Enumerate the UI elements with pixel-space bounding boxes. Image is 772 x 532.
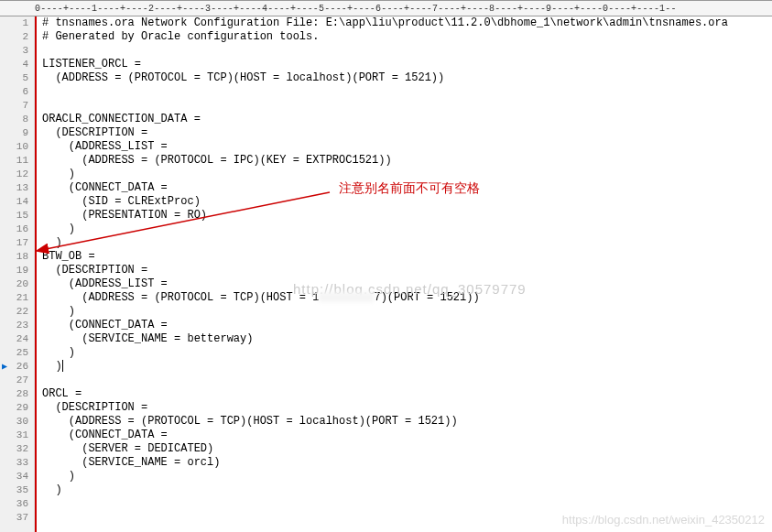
line-number: 31 <box>0 429 28 442</box>
code-line[interactable]: ) <box>42 223 772 236</box>
code-line[interactable]: (DESCRIPTION = <box>42 126 772 140</box>
line-number: 21 <box>0 291 28 305</box>
code-line[interactable]: (SERVICE_NAME = betterway) <box>42 332 772 346</box>
line-number: 2 <box>0 30 28 44</box>
code-line[interactable]: (SID = CLRExtProc) <box>42 195 772 209</box>
code-line[interactable]: ) <box>42 305 772 319</box>
line-number: 19 <box>0 264 28 277</box>
code-line[interactable]: ORCL = <box>42 387 772 401</box>
line-number: 34 <box>0 470 28 483</box>
code-line[interactable]: ) <box>42 483 772 497</box>
line-number: 30 <box>0 415 28 429</box>
line-number: 28 <box>0 387 28 401</box>
code-line[interactable]: (DESCRIPTION = <box>42 264 772 277</box>
code-line[interactable]: (PRESENTATION = RO) <box>42 209 772 223</box>
line-number: 20 <box>0 277 28 291</box>
line-number: 35 <box>0 483 28 497</box>
line-number: 4 <box>0 58 28 71</box>
line-number: 14 <box>0 195 28 209</box>
bookmark-marker-icon: ▶ <box>2 360 7 374</box>
code-line[interactable]: # tnsnames.ora Network Configuration Fil… <box>42 16 772 30</box>
line-number: 25 <box>0 346 28 360</box>
annotation-text: 注意别名前面不可有空格 <box>339 181 480 195</box>
code-line[interactable] <box>42 374 772 387</box>
line-number: 8 <box>0 113 28 126</box>
code-line[interactable]: (DESCRIPTION = <box>42 401 772 415</box>
line-number: 11 <box>0 154 28 168</box>
line-number: 12 <box>0 168 28 181</box>
line-number: 24 <box>0 332 28 346</box>
line-number: 9 <box>0 126 28 140</box>
code-line[interactable]: (ADDRESS = (PROTOCOL = IPC)(KEY = EXTPRO… <box>42 154 772 168</box>
line-number: 7 <box>0 99 28 113</box>
line-number: 5 <box>0 71 28 85</box>
line-number: 15 <box>0 209 28 223</box>
line-number: 6 <box>0 85 28 99</box>
line-number: 22 <box>0 305 28 319</box>
code-line[interactable]: ) <box>42 470 772 483</box>
code-line[interactable] <box>42 85 772 99</box>
line-number: 29 <box>0 401 28 415</box>
line-number: 36 <box>0 497 28 511</box>
code-line[interactable]: (SERVER = DEDICATED) <box>42 442 772 456</box>
line-number: 18 <box>0 250 28 264</box>
code-line[interactable] <box>42 497 772 511</box>
code-line[interactable]: (ADDRESS = (PROTOCOL = TCP)(HOST = local… <box>42 71 772 85</box>
line-number: 16 <box>0 223 28 236</box>
editor-pane: ▶ 12345678910111213141516171819202122232… <box>0 16 772 532</box>
code-line[interactable]: BTW_OB = <box>42 250 772 264</box>
code-line[interactable] <box>42 44 772 58</box>
line-number: 23 <box>0 319 28 332</box>
line-number: 33 <box>0 456 28 470</box>
code-line[interactable]: ORACLR_CONNECTION_DATA = <box>42 113 772 126</box>
ruler: 0----+----1----+----2----+----3----+----… <box>0 0 772 16</box>
code-line[interactable]: ) <box>42 360 772 374</box>
code-line[interactable]: # Generated by Oracle configuration tool… <box>42 30 772 44</box>
footer-watermark: https://blog.csdn.net/weixin_42350212 <box>562 513 765 527</box>
code-line[interactable]: (ADDRESS_LIST = <box>42 140 772 154</box>
line-number: 13 <box>0 181 28 195</box>
line-number: 32 <box>0 442 28 456</box>
line-number: 10 <box>0 140 28 154</box>
line-number: 17 <box>0 236 28 250</box>
line-number: 3 <box>0 44 28 58</box>
code-line[interactable]: (CONNECT_DATA = <box>42 429 772 442</box>
code-line[interactable]: (ADDRESS = (PROTOCOL = TCP)(HOST = local… <box>42 415 772 429</box>
code-line[interactable]: (CONNECT_DATA = <box>42 319 772 332</box>
code-line[interactable]: ) <box>42 346 772 360</box>
line-gutter: ▶ 12345678910111213141516171819202122232… <box>0 16 35 532</box>
code-line[interactable]: LISTENER_ORCL = <box>42 58 772 71</box>
line-number: 27 <box>0 374 28 387</box>
code-line[interactable]: (SERVICE_NAME = orcl) <box>42 456 772 470</box>
line-number: 1 <box>0 16 28 30</box>
code-line[interactable]: ) <box>42 236 772 250</box>
code-line[interactable] <box>42 99 772 113</box>
line-number: 37 <box>0 511 28 525</box>
code-area[interactable]: 注意别名前面不可有空格 http://blog.csdn.net/qq_3057… <box>35 16 772 532</box>
code-line[interactable]: ) <box>42 168 772 181</box>
